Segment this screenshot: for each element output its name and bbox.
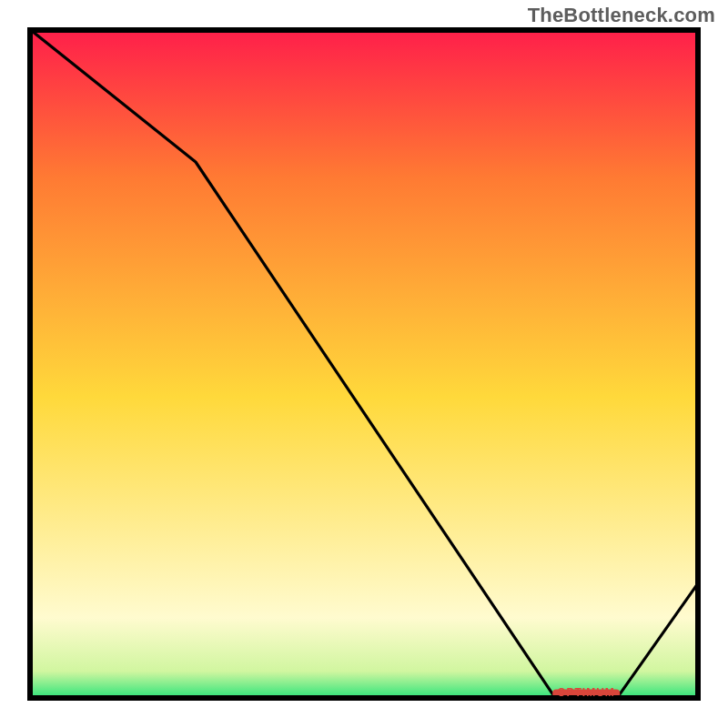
- bottleneck-chart: [0, 0, 728, 728]
- watermark-text: TheBottleneck.com: [528, 4, 715, 27]
- gradient-bg: [30, 30, 698, 698]
- chart-stage: { "watermark": "TheBottleneck.com", "opt…: [0, 0, 728, 728]
- optimum-marker: [552, 690, 620, 699]
